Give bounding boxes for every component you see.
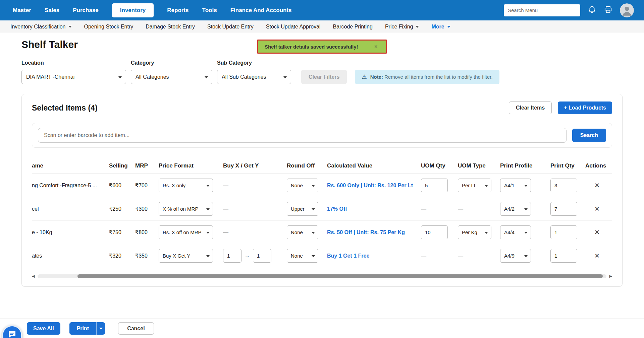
- scrollbar-track[interactable]: [38, 274, 606, 278]
- main-content: Shelf talker details saved successfully!…: [0, 39, 644, 287]
- print-profile-select[interactable]: A4/2: [500, 202, 531, 216]
- scroll-right-icon[interactable]: ▶: [609, 274, 612, 278]
- price-format-cell: Buy X Get Y: [159, 249, 223, 263]
- print-quick-button[interactable]: [604, 5, 612, 15]
- subnav-damage-stock-entry[interactable]: Damage Stock Entry: [146, 24, 195, 30]
- barcode-search-button[interactable]: Search: [572, 129, 606, 142]
- mrp-price: ₹800: [135, 229, 159, 235]
- buy-x-input[interactable]: [223, 249, 241, 263]
- category-select[interactable]: All Categories: [131, 70, 212, 84]
- subnav-price-fixing[interactable]: Price Fixing: [385, 24, 419, 30]
- subnav-opening-stock-entry[interactable]: Opening Stock Entry: [84, 24, 133, 30]
- print-profile-select[interactable]: A4/1: [500, 179, 531, 192]
- round-off-select[interactable]: Upper: [287, 202, 318, 216]
- chevron-down-icon: [68, 26, 72, 28]
- print-qty-input[interactable]: [550, 179, 577, 192]
- subnav-stock-update-approval[interactable]: Stock Update Approval: [266, 24, 321, 30]
- round-off-select[interactable]: None: [287, 225, 318, 239]
- selling-price: ₹750: [109, 229, 135, 235]
- search-menu-input[interactable]: [504, 4, 580, 16]
- nav-item-reports[interactable]: Reports: [167, 7, 189, 14]
- round-off-field: Upper: [287, 202, 318, 216]
- price-format-select[interactable]: Rs. X off on MRP: [159, 225, 213, 239]
- chat-bubble-icon: [7, 330, 17, 338]
- remove-item-icon[interactable]: ✕: [594, 253, 600, 259]
- uom-qty-cell: [421, 225, 458, 239]
- items-table: ame Selling MRP Price Format Buy X / Get…: [32, 158, 612, 267]
- remove-item-icon[interactable]: ✕: [594, 206, 600, 212]
- subnav-label: More: [431, 24, 444, 30]
- barcode-input[interactable]: [38, 128, 567, 143]
- column-header-uom-qty: UOM Qty: [421, 162, 458, 169]
- actions-cell: ✕: [585, 182, 609, 189]
- clear-items-button[interactable]: Clear Items: [509, 102, 552, 114]
- uom-qty-input[interactable]: [421, 179, 448, 192]
- subcategory-filter: Sub Category All Sub Categories: [217, 60, 291, 84]
- print-qty-input[interactable]: [550, 249, 577, 263]
- column-header-mrp: MRP: [135, 162, 159, 169]
- subnav-stock-update-entry[interactable]: Stock Update Entry: [207, 24, 254, 30]
- column-header-print-qty: Print Qty: [550, 162, 585, 169]
- print-profile-cell: A4/9: [500, 249, 550, 263]
- location-select[interactable]: DIA MART -Chennai: [21, 70, 126, 84]
- arrow-right-icon: →: [245, 253, 250, 259]
- remove-item-icon[interactable]: ✕: [594, 229, 600, 235]
- printer-icon: [604, 5, 612, 15]
- remove-item-icon[interactable]: ✕: [594, 182, 600, 189]
- price-format-cell: Rs. X only: [159, 179, 223, 192]
- get-y-input[interactable]: [253, 249, 271, 263]
- calculated-value: Rs. 50 Off | Unit: Rs. 75 Per Kg: [327, 229, 421, 235]
- nav-item-finance-and-accounts[interactable]: Finance And Accounts: [230, 7, 292, 14]
- clear-filters-button[interactable]: Clear Filters: [301, 70, 347, 84]
- user-avatar[interactable]: [620, 3, 634, 17]
- footer-action-bar: Save All Print Cancel: [0, 319, 644, 338]
- round-off-select[interactable]: None: [287, 249, 318, 263]
- print-profile-cell: A4/1: [500, 179, 550, 192]
- note-body: Remove all items from the list to modify…: [384, 74, 493, 80]
- scrollbar-thumb[interactable]: [77, 274, 603, 278]
- scroll-left-icon[interactable]: ◀: [32, 274, 35, 278]
- price-format-select[interactable]: Buy X Get Y: [159, 249, 213, 263]
- print-profile-select[interactable]: A4/4: [500, 225, 531, 239]
- round-off-select[interactable]: None: [287, 179, 318, 192]
- print-button[interactable]: Print: [69, 322, 96, 335]
- buy-x-get-y-cell: →: [223, 249, 287, 263]
- print-qty-input[interactable]: [550, 225, 577, 239]
- note-text: Note:Remove all items from the list to m…: [370, 74, 493, 80]
- location-label: Location: [21, 60, 126, 66]
- buy-x-get-y-value: —: [223, 229, 287, 235]
- uom-type-select[interactable]: Per Kg: [458, 225, 491, 239]
- load-products-button[interactable]: + Load Products: [558, 102, 612, 114]
- category-filter: Category All Categories: [131, 60, 212, 84]
- toast-message: Shelf talker details saved successfully!: [265, 44, 358, 50]
- subnav-more[interactable]: More: [431, 24, 450, 30]
- column-header-price-format: Price Format: [159, 162, 223, 169]
- uom-qty-value: —: [421, 206, 458, 212]
- price-format-field: Buy X Get Y: [159, 249, 213, 263]
- notifications-button[interactable]: [588, 5, 596, 15]
- price-format-select[interactable]: X % off on MRP: [159, 202, 213, 216]
- nav-item-sales[interactable]: Sales: [45, 7, 59, 14]
- print-profile-select[interactable]: A4/9: [500, 249, 531, 263]
- cancel-button[interactable]: Cancel: [118, 322, 154, 335]
- print-qty-cell: [550, 202, 585, 216]
- print-profile-field: A4/2: [500, 202, 531, 216]
- subcategory-select[interactable]: All Sub Categories: [217, 70, 291, 84]
- price-format-field: X % off on MRP: [159, 202, 213, 216]
- toast-close-icon[interactable]: ×: [374, 44, 378, 50]
- uom-qty-input[interactable]: [421, 225, 448, 239]
- subnav-barcode-printing[interactable]: Barcode Printing: [333, 24, 373, 30]
- nav-item-tools[interactable]: Tools: [202, 7, 217, 14]
- nav-item-purchase[interactable]: Purchase: [73, 7, 99, 14]
- selected-items-title: Selected Items (4): [32, 104, 98, 113]
- nav-item-inventory[interactable]: Inventory: [112, 3, 154, 17]
- item-name: ates: [32, 253, 109, 259]
- uom-type-select[interactable]: Per Lt: [458, 179, 491, 192]
- nav-item-master[interactable]: Master: [13, 7, 31, 14]
- print-options-dropdown[interactable]: [96, 322, 105, 335]
- print-qty-input[interactable]: [550, 202, 577, 216]
- price-format-select[interactable]: Rs. X only: [159, 179, 213, 192]
- subnav-inventory-classification[interactable]: Inventory Classification: [10, 24, 72, 30]
- table-row: e - 10Kg ₹750 ₹800 Rs. X off on MRP — No…: [32, 221, 612, 244]
- save-all-button[interactable]: Save All: [27, 322, 60, 335]
